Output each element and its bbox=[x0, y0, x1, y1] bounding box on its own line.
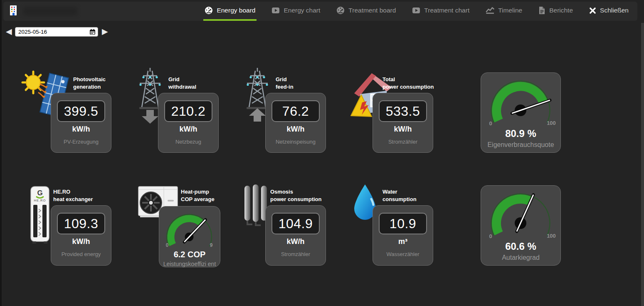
card-total-power-consumption: 533.5 kW/h Stromzähler bbox=[373, 93, 433, 153]
gauge-value: 6.2 COP bbox=[174, 250, 206, 259]
hero-heat-exchanger-icon: G HE.RO bbox=[30, 186, 50, 246]
metric-value: 76.2 bbox=[282, 104, 309, 119]
nav-tabs: Energy board Energy chart Treatment boar… bbox=[203, 2, 637, 21]
metric-subtitle: Netzbezug bbox=[175, 139, 201, 145]
metric-unit: m³ bbox=[398, 237, 407, 246]
tab-label: Schließen bbox=[600, 7, 629, 14]
card-osmosis-power-consumption: 104.9 kW/h Stromzähler bbox=[265, 205, 326, 266]
document-icon bbox=[538, 6, 545, 15]
metric-value: 109.3 bbox=[64, 216, 99, 231]
tab-berichte[interactable]: Berichte bbox=[537, 2, 574, 21]
value-display: 10.9 bbox=[379, 213, 427, 234]
metric-subtitle: Stromzähler bbox=[388, 139, 417, 145]
date-picker bbox=[15, 27, 98, 37]
card-title-osmosis: Osmosis power consumption bbox=[270, 188, 322, 203]
metric-value: 104.9 bbox=[279, 216, 313, 231]
value-display: 533.5 bbox=[379, 100, 427, 122]
tab-energy-board[interactable]: Energy board bbox=[203, 2, 257, 21]
metric-subtitle: Wasserzähler bbox=[387, 251, 419, 257]
tab-treatment-board[interactable]: Treatment board bbox=[335, 2, 397, 21]
autarkiegrad-gauge: 0100 bbox=[481, 186, 561, 242]
value-display: 399.5 bbox=[57, 100, 105, 122]
metric-subtitle: PV-Erzeugung bbox=[64, 139, 99, 145]
tab-label: Energy chart bbox=[284, 7, 320, 14]
close-icon bbox=[589, 7, 596, 14]
calendar-icon[interactable] bbox=[89, 29, 96, 37]
card-heat-pump-cop-gauge: 09 6.2 COP Leistungskoeffizi ent bbox=[159, 206, 220, 267]
gauge-subtitle: Leistungskoeffizi ent bbox=[163, 261, 216, 267]
tab-treatment-chart[interactable]: Treatment chart bbox=[411, 2, 471, 21]
metric-value: 399.5 bbox=[64, 104, 99, 119]
metric-unit: kW/h bbox=[180, 125, 197, 134]
metric-unit: kW/h bbox=[72, 237, 90, 246]
tab-label: Timeline bbox=[498, 7, 522, 14]
card-title-photovoltaic: Photovoltaic generation bbox=[73, 76, 106, 91]
gauge-subtitle: Autarkiegrad bbox=[502, 254, 540, 261]
card-grid-feed-in: 76.2 kW/h Netzeinspeisung bbox=[265, 93, 326, 153]
card-photovoltaic-generation: 399.5 kW/h PV-Erzeugung bbox=[51, 93, 111, 153]
date-input[interactable] bbox=[15, 27, 98, 37]
line-chart-icon bbox=[486, 7, 494, 14]
svg-text:0: 0 bbox=[489, 233, 492, 239]
cop-gauge: 09 bbox=[159, 206, 220, 251]
osmosis-filter-icon bbox=[244, 184, 268, 229]
svg-text:0: 0 bbox=[489, 120, 492, 127]
card-title-hero: HE.RO heat exchanger bbox=[53, 188, 93, 203]
card-title-grid-feed-in: Grid feed-in bbox=[276, 76, 294, 91]
tab-label: Energy board bbox=[217, 7, 255, 14]
building-logo-icon bbox=[9, 5, 17, 18]
value-display: 109.3 bbox=[57, 213, 105, 234]
value-display: 104.9 bbox=[271, 213, 320, 234]
tab-timeline[interactable]: Timeline bbox=[484, 2, 523, 21]
tab-energy-chart[interactable]: Energy chart bbox=[270, 2, 321, 21]
svg-text:HE.RO: HE.RO bbox=[34, 199, 46, 202]
brand-area bbox=[3, 2, 77, 21]
eigenverbrauchsquote-gauge: 0100 bbox=[481, 73, 561, 129]
brand-name-redacted bbox=[23, 7, 77, 15]
gauge-icon bbox=[336, 6, 345, 15]
metric-unit: kW/h bbox=[394, 125, 412, 134]
tab-label: Treatment board bbox=[348, 7, 396, 14]
gauge-value: 60.6 % bbox=[505, 241, 536, 252]
metric-value: 10.9 bbox=[390, 216, 416, 231]
svg-text:100: 100 bbox=[547, 120, 556, 126]
gauge-icon bbox=[205, 6, 213, 15]
svg-text:100: 100 bbox=[547, 233, 556, 239]
play-icon bbox=[412, 6, 420, 15]
gauge-value: 80.9 % bbox=[505, 128, 536, 139]
metric-unit: kW/h bbox=[287, 125, 305, 134]
metric-unit: kW/h bbox=[287, 237, 305, 246]
play-icon bbox=[271, 6, 280, 15]
top-navigation-bar: Energy board Energy chart Treatment boar… bbox=[3, 2, 637, 21]
card-title-grid-withdrawal: Grid withdrawal bbox=[168, 76, 196, 91]
card-title-total-power: Total power consumption bbox=[382, 76, 434, 91]
energy-dashboard: Energy board Energy chart Treatment boar… bbox=[0, 0, 644, 306]
date-next-button[interactable]: ▶ bbox=[102, 26, 108, 37]
card-eigenverbrauchsquote-gauge: 0100 80.9 % Eigenverbrauchsquote bbox=[481, 72, 561, 153]
card-grid-withdrawal: 210.2 kW/h Netzbezug bbox=[158, 93, 219, 153]
value-display: 76.2 bbox=[271, 100, 320, 122]
metric-unit: kW/h bbox=[72, 125, 90, 134]
tab-label: Treatment chart bbox=[424, 7, 469, 14]
metric-subtitle: Provided energy bbox=[62, 251, 101, 257]
svg-text:G: G bbox=[37, 189, 42, 197]
scrollbar-track[interactable] bbox=[641, 23, 644, 306]
metric-subtitle: Stromzähler bbox=[281, 251, 310, 257]
svg-text:9: 9 bbox=[210, 242, 213, 248]
card-title-heat-pump: Heat-pump COP average bbox=[181, 188, 215, 203]
date-prev-button[interactable]: ◀ bbox=[6, 26, 12, 37]
value-display: 210.2 bbox=[164, 100, 212, 122]
metric-subtitle: Netzeinspeisung bbox=[276, 139, 316, 145]
gauge-subtitle: Eigenverbrauchsquote bbox=[487, 141, 554, 149]
card-autarkiegrad-gauge: 0100 60.6 % Autarkiegrad bbox=[481, 185, 561, 266]
card-title-water: Water consumption bbox=[382, 188, 417, 203]
metric-value: 210.2 bbox=[171, 104, 206, 119]
metric-value: 533.5 bbox=[386, 104, 420, 119]
card-hero-heat-exchanger: 109.3 kW/h Provided energy bbox=[51, 205, 111, 266]
svg-text:0: 0 bbox=[166, 242, 169, 248]
card-water-consumption: 10.9 m³ Wasserzähler bbox=[373, 205, 433, 266]
tab-label: Berichte bbox=[549, 7, 573, 14]
tab-schliessen[interactable]: Schließen bbox=[588, 2, 630, 21]
